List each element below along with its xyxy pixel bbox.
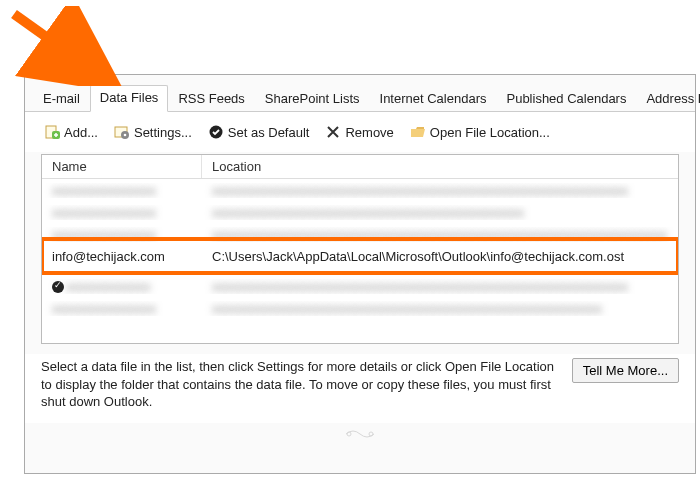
column-location[interactable]: Location [202,155,678,178]
svg-line-0 [14,14,101,76]
cell-name: xxxxxxxxxxxxxxxx [42,227,202,242]
cell-location: C:\Users\Jack\AppData\Local\Microsoft\Ou… [202,249,678,264]
cell-location: xxxxxxxxxxxxxxxxxxxxxxxxxxxxxxxxxxxxxxxx… [202,301,678,316]
cell-name: xxxxxxxxxxxxxxxx [42,183,202,198]
set-default-button[interactable]: Set as Default [205,122,313,142]
cell-name: info@techijack.com [42,249,202,264]
tab-rss-feeds[interactable]: RSS Feeds [168,86,254,112]
settings-button[interactable]: Settings... [111,122,195,142]
list-header: Name Location [42,155,678,179]
table-row[interactable]: xxxxxxxxxxxxxxxx xxxxxxxxxxxxxxxxxxxxxxx… [42,201,678,223]
account-settings-dialog: E-mail Data Files RSS Feeds SharePoint L… [24,74,696,474]
open-location-label: Open File Location... [430,125,550,140]
remove-label: Remove [345,125,393,140]
tab-published-calendars[interactable]: Published Calendars [496,86,636,112]
add-icon [44,124,60,140]
cell-name: xxxxxxxxxxxxxxxx [42,205,202,220]
table-row[interactable]: xxxxxxxxxxxxx xxxxxxxxxxxxxxxxxxxxxxxxxx… [42,275,678,297]
cell-location: xxxxxxxxxxxxxxxxxxxxxxxxxxxxxxxxxxxxxxxx… [202,183,678,198]
tab-sharepoint-lists[interactable]: SharePoint Lists [255,86,370,112]
svg-point-5 [124,134,127,137]
table-row[interactable]: xxxxxxxxxxxxxxxx xxxxxxxxxxxxxxxxxxxxxxx… [42,223,678,245]
tab-data-files[interactable]: Data Files [90,85,169,112]
list-body: xxxxxxxxxxxxxxxx xxxxxxxxxxxxxxxxxxxxxxx… [42,179,678,319]
toolbar: Add... Settings... Set as Default Remove… [25,112,695,152]
remove-button[interactable]: Remove [322,122,396,142]
tab-address-books[interactable]: Address Books [636,86,700,112]
settings-icon [114,124,130,140]
cell-name: xxxxxxxxxxxxx [42,279,202,294]
tell-me-more-button[interactable]: Tell Me More... [572,358,679,383]
hint-row: Select a data file in the list, then cli… [25,354,695,423]
settings-label: Settings... [134,125,192,140]
cell-location: xxxxxxxxxxxxxxxxxxxxxxxxxxxxxxxxxxxxxxxx… [202,279,678,294]
default-indicator-icon [52,281,64,293]
table-row[interactable]: xxxxxxxxxxxxxxxx xxxxxxxxxxxxxxxxxxxxxxx… [42,297,678,319]
cell-location: xxxxxxxxxxxxxxxxxxxxxxxxxxxxxxxxxxxxxxxx… [202,205,678,220]
cell-location: xxxxxxxxxxxxxxxxxxxxxxxxxxxxxxxxxxxxxxxx… [202,227,678,242]
svg-point-8 [369,432,373,436]
data-files-list[interactable]: Name Location xxxxxxxxxxxxxxxx xxxxxxxxx… [41,154,679,344]
add-label: Add... [64,125,98,140]
column-name[interactable]: Name [42,155,202,178]
add-button[interactable]: Add... [41,122,101,142]
table-row[interactable]: info@techijack.com C:\Users\Jack\AppData… [42,245,678,267]
remove-icon [325,124,341,140]
hint-text: Select a data file in the list, then cli… [41,358,562,411]
svg-point-7 [347,432,351,436]
page-curl-decoration [345,427,375,441]
set-default-label: Set as Default [228,125,310,140]
checkmark-icon [208,124,224,140]
folder-open-icon [410,124,426,140]
tab-internet-calendars[interactable]: Internet Calendars [370,86,497,112]
open-location-button[interactable]: Open File Location... [407,122,553,142]
table-row[interactable]: xxxxxxxxxxxxxxxx xxxxxxxxxxxxxxxxxxxxxxx… [42,179,678,201]
tab-strip: E-mail Data Files RSS Feeds SharePoint L… [25,75,695,112]
cell-name: xxxxxxxxxxxxxxxx [42,301,202,316]
tab-email[interactable]: E-mail [33,86,90,112]
